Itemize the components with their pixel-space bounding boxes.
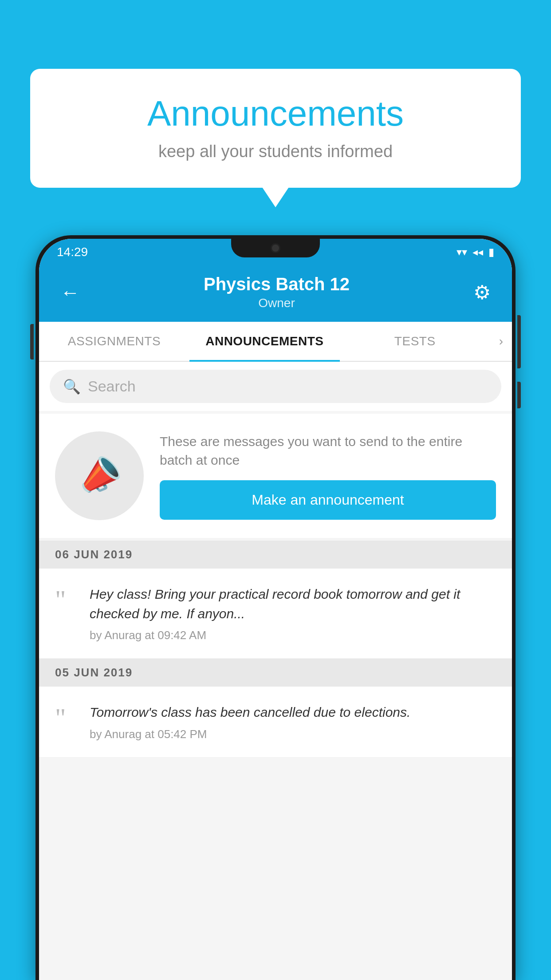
bubble-title: Announcements bbox=[57, 93, 494, 134]
tab-assignments[interactable]: ASSIGNMENTS bbox=[39, 322, 189, 361]
announcement-prompt-right: These are messages you want to send to t… bbox=[160, 432, 496, 520]
phone-frame: 14:29 ▾▾ ◂◂ ▮ ← Physics Batch 12 Owner ⚙… bbox=[35, 235, 516, 980]
settings-button[interactable]: ⚙ bbox=[470, 277, 494, 307]
quote-icon-2: " bbox=[55, 704, 77, 741]
tabs-bar: ASSIGNMENTS ANNOUNCEMENTS TESTS › bbox=[39, 322, 512, 362]
status-icons: ▾▾ ◂◂ ▮ bbox=[457, 246, 494, 258]
app-header: ← Physics Batch 12 Owner ⚙ bbox=[39, 265, 512, 322]
search-icon: 🔍 bbox=[63, 378, 81, 395]
announcement-meta-2: by Anurag at 05:42 PM bbox=[90, 727, 496, 741]
announcement-text-2: Tomorrow's class has been cancelled due … bbox=[90, 703, 496, 722]
date-label-1: 06 JUN 2019 bbox=[55, 548, 133, 561]
header-subtitle: Owner bbox=[83, 296, 470, 310]
quote-icon-1: " bbox=[55, 586, 77, 642]
content-area: 🔍 Search 📣 These are messages you want t… bbox=[39, 362, 512, 980]
phone-screen: 14:29 ▾▾ ◂◂ ▮ ← Physics Batch 12 Owner ⚙… bbox=[39, 239, 512, 980]
make-announcement-button[interactable]: Make an announcement bbox=[160, 480, 496, 520]
tab-announcements[interactable]: ANNOUNCEMENTS bbox=[189, 322, 340, 361]
announcement-description: These are messages you want to send to t… bbox=[160, 432, 496, 470]
status-time: 14:29 bbox=[57, 245, 88, 259]
announcement-text-1: Hey class! Bring your practical record b… bbox=[90, 585, 496, 623]
search-bar[interactable]: 🔍 Search bbox=[50, 370, 501, 403]
announcement-item-1[interactable]: " Hey class! Bring your practical record… bbox=[39, 569, 512, 659]
back-button[interactable]: ← bbox=[57, 278, 83, 307]
announcement-item-2[interactable]: " Tomorrow's class has been cancelled du… bbox=[39, 687, 512, 758]
bubble-subtitle: keep all your students informed bbox=[57, 142, 494, 161]
header-title: Physics Batch 12 bbox=[83, 274, 470, 294]
announcement-prompt-card: 📣 These are messages you want to send to… bbox=[39, 414, 512, 538]
volume-button-left bbox=[30, 324, 34, 360]
speech-bubble: Announcements keep all your students inf… bbox=[30, 69, 521, 188]
phone-notch bbox=[231, 239, 320, 257]
speech-bubble-section: Announcements keep all your students inf… bbox=[30, 69, 521, 188]
announcement-meta-1: by Anurag at 09:42 AM bbox=[90, 628, 496, 642]
battery-icon: ▮ bbox=[488, 246, 494, 258]
volume-button-right2 bbox=[517, 382, 521, 408]
announcement-icon-circle: 📣 bbox=[55, 431, 144, 520]
date-label-2: 05 JUN 2019 bbox=[55, 666, 133, 680]
power-button-right bbox=[517, 315, 521, 368]
signal-icon: ◂◂ bbox=[472, 246, 483, 258]
search-placeholder: Search bbox=[88, 378, 136, 395]
date-separator-1: 06 JUN 2019 bbox=[39, 541, 512, 569]
announcement-content-1: Hey class! Bring your practical record b… bbox=[90, 585, 496, 642]
announcement-content-2: Tomorrow's class has been cancelled due … bbox=[90, 703, 496, 741]
tab-more[interactable]: › bbox=[490, 322, 512, 361]
wifi-icon: ▾▾ bbox=[457, 246, 467, 258]
header-center: Physics Batch 12 Owner bbox=[83, 274, 470, 310]
date-separator-2: 05 JUN 2019 bbox=[39, 659, 512, 687]
tab-tests[interactable]: TESTS bbox=[340, 322, 490, 361]
search-container: 🔍 Search bbox=[39, 362, 512, 411]
megaphone-icon: 📣 bbox=[71, 449, 127, 503]
front-camera bbox=[271, 243, 280, 253]
